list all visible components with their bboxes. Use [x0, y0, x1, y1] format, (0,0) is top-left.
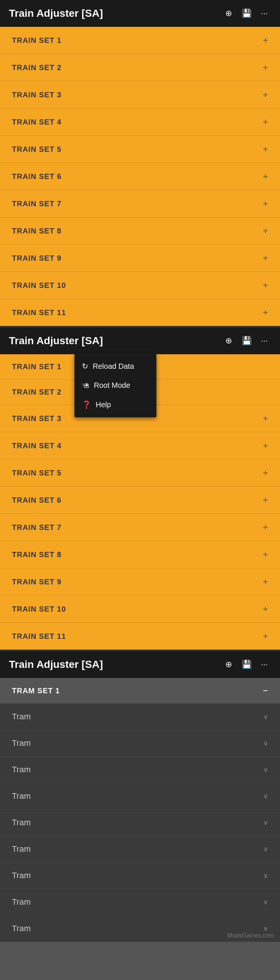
- expand-icon: +: [263, 144, 268, 154]
- tram-list-item[interactable]: Tram ∨: [0, 704, 280, 730]
- tram-list-item[interactable]: Tram ∨: [0, 810, 280, 836]
- train-set-name-2: TRAIN SET 5: [12, 469, 62, 477]
- panel-1: Train Adjuster [SA] ⊕ 💾 ··· TRAIN SET 1 …: [0, 0, 280, 326]
- expand-icon-2: +: [263, 576, 268, 587]
- tram-name: Tram: [12, 712, 31, 722]
- train-set-name: TRAIN SET 6: [12, 172, 62, 181]
- add-button[interactable]: ⊕: [222, 7, 235, 20]
- train-list-item-2[interactable]: TRAIN SET 11 +: [0, 623, 280, 650]
- add-button-2[interactable]: ⊕: [222, 334, 235, 348]
- train-set-name-2: TRAIN SET 1: [12, 363, 62, 371]
- tram-name: Tram: [12, 791, 31, 801]
- train-set-name-2: TRAIN SET 9: [12, 578, 62, 586]
- train-list-item-2[interactable]: TRAIN SET 9 +: [0, 568, 280, 595]
- train-set-name-2: TRAIN SET 2: [12, 388, 62, 396]
- chevron-down-icon: ∨: [263, 872, 268, 880]
- root-mode-icon: 🖲: [82, 381, 89, 390]
- help-item[interactable]: ❓ Help: [74, 395, 157, 414]
- tram-list-item[interactable]: Tram ∨: [0, 836, 280, 862]
- expand-icon-2: +: [263, 549, 268, 560]
- chevron-down-icon: ∨: [263, 898, 268, 906]
- tram-set-collapse[interactable]: −: [263, 686, 268, 696]
- expand-icon: +: [263, 253, 268, 263]
- train-list-item[interactable]: TRAIN SET 9 +: [0, 245, 280, 272]
- tram-list-item[interactable]: Tram ∨: [0, 783, 280, 810]
- save-button[interactable]: 💾: [240, 7, 253, 20]
- train-list-item[interactable]: TRAIN SET 5 +: [0, 136, 280, 163]
- expand-icon: +: [263, 280, 268, 291]
- reload-icon: ↻: [82, 362, 88, 371]
- expand-icon: +: [263, 198, 268, 209]
- tram-list: Tram ∨ Tram ∨ Tram ∨ Tram ∨ Tram ∨ Tram …: [0, 704, 280, 942]
- tram-list-item[interactable]: Tram ∨: [0, 730, 280, 757]
- tram-list-item[interactable]: Tram ∨: [0, 862, 280, 889]
- train-list-item[interactable]: TRAIN SET 2 +: [0, 54, 280, 81]
- train-list-item[interactable]: TRAIN SET 3 +: [0, 81, 280, 108]
- expand-icon: +: [263, 171, 268, 181]
- train-set-name: TRAIN SET 2: [12, 64, 62, 72]
- more-button-2[interactable]: ···: [258, 334, 271, 348]
- chevron-down-icon: ∨: [263, 819, 268, 827]
- train-list-item[interactable]: TRAIN SET 11 +: [0, 299, 280, 326]
- expand-icon: +: [263, 117, 268, 127]
- expand-icon-2: +: [263, 468, 268, 478]
- root-mode-item[interactable]: 🖲 Root Mode: [74, 376, 157, 395]
- expand-icon-2: +: [263, 604, 268, 614]
- tram-name: Tram: [12, 924, 31, 933]
- more-button-3[interactable]: ···: [258, 658, 271, 671]
- dropdown-menu: ↻ Reload Data 🖲 Root Mode ❓ Help: [74, 353, 157, 417]
- root-mode-label: Root Mode: [94, 381, 130, 390]
- tram-name: Tram: [12, 818, 31, 827]
- train-set-name: TRAIN SET 9: [12, 254, 62, 262]
- train-list-item[interactable]: TRAIN SET 6 +: [0, 163, 280, 190]
- train-set-name: TRAIN SET 7: [12, 199, 62, 208]
- chevron-down-icon: ∨: [263, 924, 268, 933]
- train-list-item[interactable]: TRAIN SET 1 +: [0, 27, 280, 54]
- train-set-name-2: TRAIN SET 6: [12, 496, 62, 504]
- train-set-name-2: TRAIN SET 11: [12, 632, 66, 641]
- train-list-item-2[interactable]: TRAIN SET 6 +: [0, 487, 280, 514]
- train-set-name: TRAIN SET 4: [12, 118, 62, 126]
- expand-icon: +: [263, 307, 268, 318]
- chevron-down-icon: ∨: [263, 713, 268, 721]
- tram-list-item[interactable]: Tram ∨: [0, 757, 280, 783]
- more-button[interactable]: ···: [258, 7, 271, 20]
- chevron-down-icon: ∨: [263, 739, 268, 747]
- expand-icon-2: +: [263, 495, 268, 505]
- train-list-item-2[interactable]: TRAIN SET 10 +: [0, 595, 280, 623]
- train-set-list-1: TRAIN SET 1 + TRAIN SET 2 + TRAIN SET 3 …: [0, 27, 280, 326]
- panel-3-header: Train Adjuster [SA] ⊕ 💾 ···: [0, 651, 280, 678]
- train-list-item[interactable]: TRAIN SET 4 +: [0, 108, 280, 136]
- train-set-name: TRAIN SET 10: [12, 281, 66, 290]
- add-button-3[interactable]: ⊕: [222, 658, 235, 671]
- train-set-name-2: TRAIN SET 10: [12, 605, 66, 613]
- train-set-name: TRAIN SET 11: [12, 309, 66, 317]
- expand-icon: +: [263, 62, 268, 73]
- help-label: Help: [96, 401, 111, 409]
- train-list-item-2[interactable]: TRAIN SET 8 +: [0, 541, 280, 568]
- expand-icon-2: +: [263, 631, 268, 641]
- panel-1-header: Train Adjuster [SA] ⊕ 💾 ···: [0, 0, 280, 27]
- tram-list-item[interactable]: Tram ∨: [0, 889, 280, 915]
- train-list-item-2[interactable]: TRAIN SET 4 +: [0, 432, 280, 460]
- chevron-down-icon: ∨: [263, 792, 268, 800]
- train-set-name: TRAIN SET 5: [12, 145, 62, 154]
- train-list-item[interactable]: TRAIN SET 10 +: [0, 272, 280, 299]
- chevron-down-icon: ∨: [263, 845, 268, 853]
- train-list-item[interactable]: TRAIN SET 8 +: [0, 217, 280, 245]
- expand-icon-2: +: [263, 413, 268, 424]
- help-icon: ❓: [82, 400, 91, 409]
- train-list-item[interactable]: TRAIN SET 7 +: [0, 190, 280, 217]
- train-list-item-2[interactable]: TRAIN SET 7 +: [0, 514, 280, 541]
- save-button-3[interactable]: 💾: [240, 658, 253, 671]
- save-button-2[interactable]: 💾: [240, 334, 253, 348]
- tram-name: Tram: [12, 871, 31, 880]
- reload-data-label: Reload Data: [93, 362, 134, 371]
- panel-3: Train Adjuster [SA] ⊕ 💾 ··· TRAM SET 1 −…: [0, 651, 280, 942]
- train-set-name: TRAIN SET 8: [12, 227, 62, 235]
- train-list-item-2[interactable]: TRAIN SET 5 +: [0, 460, 280, 487]
- reload-data-item[interactable]: ↻ Reload Data: [74, 356, 157, 376]
- train-set-name-2: TRAIN SET 8: [12, 550, 62, 559]
- train-set-name-2: TRAIN SET 4: [12, 442, 62, 450]
- app-title-3: Train Adjuster [SA]: [9, 659, 217, 670]
